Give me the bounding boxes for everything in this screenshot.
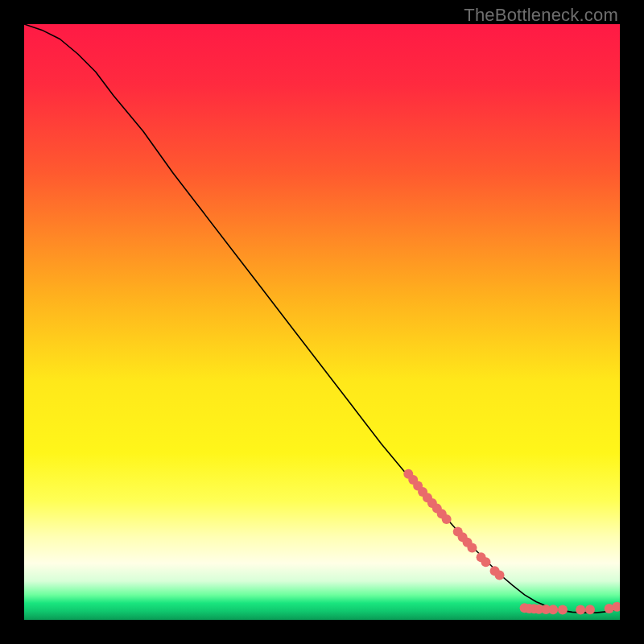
highlight-point [467,543,477,552]
watermark-text: TheBottleneck.com [464,5,618,26]
highlight-point [558,605,568,614]
highlight-point [576,605,585,614]
highlight-point [585,605,595,614]
highlight-point [481,557,491,567]
gradient-background [24,24,620,620]
highlight-point [442,514,452,524]
chart-svg [24,24,620,620]
chart-frame [24,24,620,620]
highlight-point [548,605,558,614]
highlight-point [495,571,505,580]
